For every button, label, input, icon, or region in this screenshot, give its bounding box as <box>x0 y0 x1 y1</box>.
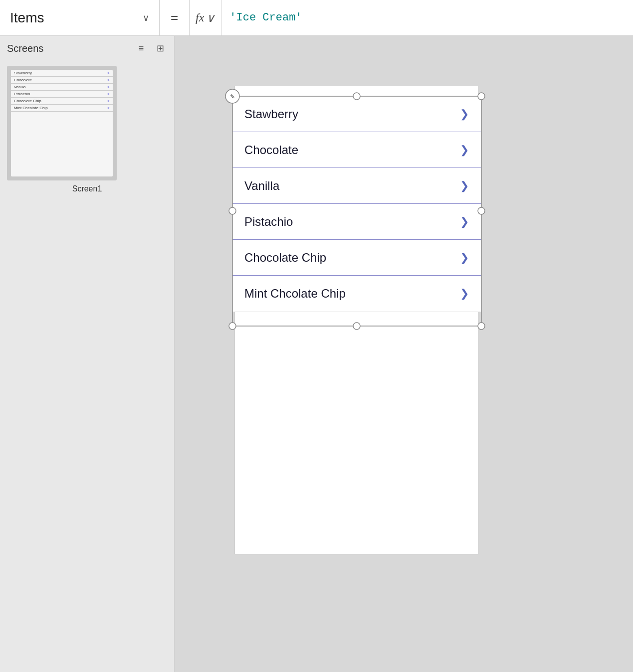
list-item-row-6[interactable]: Mint Chcolate Chip ❯ <box>232 276 481 312</box>
list-item-row-5[interactable]: Chocolate Chip ❯ <box>232 240 481 276</box>
list-item-row-2[interactable]: Chocolate ❯ <box>232 132 481 168</box>
fx-symbol: fx <box>196 11 204 24</box>
screens-view-icons: ≡ ⊞ <box>134 41 167 55</box>
screens-header: Screens ≡ ⊞ <box>0 36 174 61</box>
list-item-row-4[interactable]: Pistachio ❯ <box>232 204 481 240</box>
formula-bar: fx ∨ <box>190 0 633 35</box>
equals-sign: = <box>160 0 190 35</box>
left-panel: Screens ≡ ⊞ Stawberry> Chocolate> Vanill… <box>0 36 175 672</box>
list-item-chevron-1: ❯ <box>460 108 469 121</box>
list-item-text-4: Pistachio <box>244 215 293 229</box>
items-dropdown-label: Items <box>10 10 44 26</box>
screen1-thumbnail[interactable]: Stawberry> Chocolate> Vanilla> Pistachio… <box>7 66 117 180</box>
list-item-row-3[interactable]: Vanilla ❯ <box>232 168 481 204</box>
items-dropdown-chevron: ∨ <box>143 12 149 23</box>
screen1-label: Screen1 <box>7 184 167 193</box>
fx-button[interactable]: fx ∨ <box>190 0 221 35</box>
canvas-area: Stawberry ❯ Chocolate ❯ Vanilla ❯ Pistac… <box>175 36 633 672</box>
list-item-text-5: Chocolate Chip <box>244 251 326 265</box>
items-dropdown[interactable]: Items ∨ <box>0 0 160 35</box>
list-item-row-1[interactable]: Stawberry ❯ <box>232 96 481 132</box>
screens-title: Screens <box>7 43 43 54</box>
screen-thumbnail-container: Stawberry> Chocolate> Vanilla> Pistachio… <box>0 61 174 198</box>
screen1-thumb-inner: Stawberry> Chocolate> Vanilla> Pistachio… <box>11 70 113 176</box>
list-item-chevron-4: ❯ <box>460 215 469 228</box>
thumb-item-1: Stawberry> <box>11 70 113 77</box>
list-item-text-2: Chocolate <box>244 143 298 157</box>
list-item-chevron-2: ❯ <box>460 144 469 157</box>
list-item-text-3: Vanilla <box>244 179 279 193</box>
formula-input[interactable] <box>221 0 633 35</box>
list-item-text-1: Stawberry <box>244 107 298 121</box>
thumb-item-3: Vanilla> <box>11 84 113 91</box>
thumb-item-6: Mint Chcolate Chip> <box>11 105 113 112</box>
fx-chevron-icon: ∨ <box>206 11 215 25</box>
list-control[interactable]: Stawberry ❯ Chocolate ❯ Vanilla ❯ Pistac… <box>232 96 481 312</box>
list-item-text-6: Mint Chcolate Chip <box>244 287 346 301</box>
list-view-icon[interactable]: ≡ <box>134 41 148 55</box>
list-item-chevron-3: ❯ <box>460 179 469 192</box>
thumb-item-5: Chocolate Chip> <box>11 98 113 105</box>
toolbar: Items ∨ = fx ∨ <box>0 0 633 36</box>
list-item-chevron-6: ❯ <box>460 287 469 300</box>
thumb-item-2: Chocolate> <box>11 77 113 84</box>
list-item-chevron-5: ❯ <box>460 251 469 264</box>
grid-view-icon[interactable]: ⊞ <box>153 41 167 55</box>
thumb-item-4: Pistachio> <box>11 91 113 98</box>
svg-point-8 <box>478 323 485 330</box>
